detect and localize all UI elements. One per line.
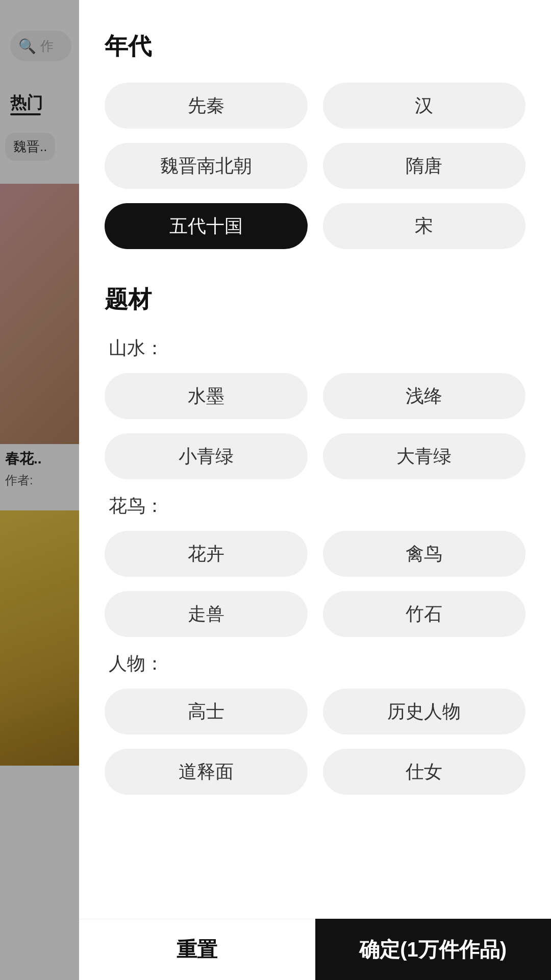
tag-qinniao[interactable]: 禽鸟 [323, 531, 526, 577]
tag-qianlv[interactable]: 浅绛 [323, 373, 526, 419]
tag-song[interactable]: 宋 [323, 203, 526, 249]
tag-gaoshi[interactable]: 高士 [105, 689, 308, 734]
dynasty-row-3: 五代十国 宋 [105, 203, 525, 249]
tag-xiaoqinglv[interactable]: 小青绿 [105, 433, 308, 479]
tag-lishirenwu[interactable]: 历史人物 [323, 689, 526, 734]
landscape-row-1: 水墨 浅绛 [105, 373, 525, 419]
gap-1 [105, 263, 525, 284]
tag-weijin[interactable]: 魏晋南北朝 [105, 143, 308, 189]
confirm-button[interactable]: 确定(1万件作品) [315, 919, 552, 980]
dynasty-row-2: 魏晋南北朝 隋唐 [105, 143, 525, 189]
filter-panel: 年代 先秦 汉 魏晋南北朝 隋唐 五代十国 宋 题材 山水： 水墨 浅绛 [79, 0, 551, 980]
flowerbird-row-2: 走兽 竹石 [105, 591, 525, 637]
tag-zousheng[interactable]: 走兽 [105, 591, 308, 637]
tag-suitang[interactable]: 隋唐 [323, 143, 526, 189]
background-overlay [0, 0, 82, 980]
tag-shinu[interactable]: 仕女 [323, 749, 526, 795]
dynasty-row-1: 先秦 汉 [105, 83, 525, 129]
tag-han[interactable]: 汉 [323, 83, 526, 129]
flowerbird-label: 花鸟： [109, 494, 525, 519]
dynasty-section-title: 年代 [105, 31, 525, 62]
bottom-action-bar: 重置 确定(1万件作品) [79, 919, 551, 980]
tag-daqinglv[interactable]: 大青绿 [323, 433, 526, 479]
flowerbird-row-1: 花卉 禽鸟 [105, 531, 525, 577]
subject-section-title: 题材 [105, 284, 525, 315]
landscape-row-2: 小青绿 大青绿 [105, 433, 525, 479]
landscape-label: 山水： [109, 336, 525, 361]
figure-label: 人物： [109, 651, 525, 676]
tag-daoshimian[interactable]: 道释面 [105, 749, 308, 795]
tag-huahui[interactable]: 花卉 [105, 531, 308, 577]
figure-row-1: 高士 历史人物 [105, 689, 525, 734]
tag-zhushi[interactable]: 竹石 [323, 591, 526, 637]
tag-shuimo[interactable]: 水墨 [105, 373, 308, 419]
figure-row-2: 道释面 仕女 [105, 749, 525, 795]
tag-xianqin[interactable]: 先秦 [105, 83, 308, 129]
tag-wudai[interactable]: 五代十国 [105, 203, 308, 249]
reset-button[interactable]: 重置 [79, 919, 315, 980]
